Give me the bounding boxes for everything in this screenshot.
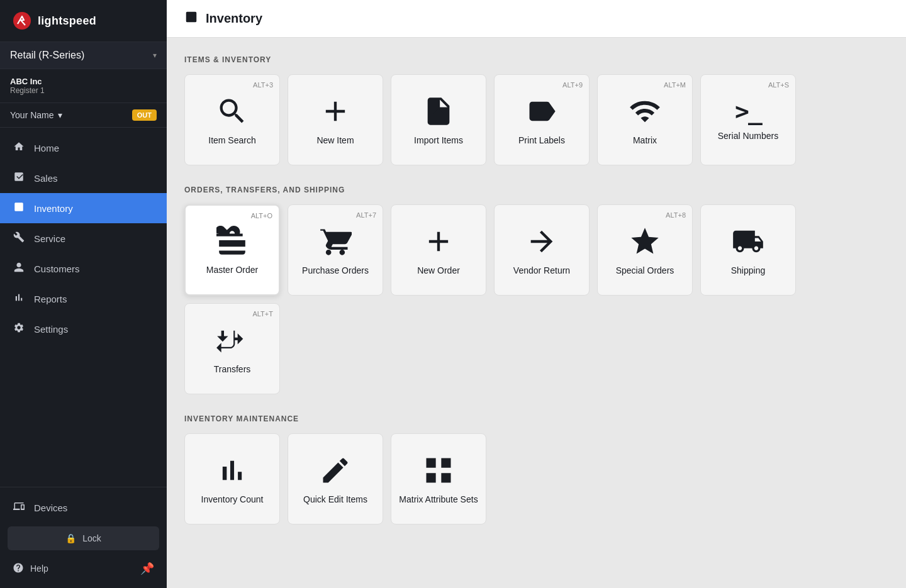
card-master-order[interactable]: ALT+O Master Order — [184, 204, 280, 296]
user-row: Your Name ▾ OUT — [0, 103, 167, 128]
maintenance-grid: Inventory Count Quick Edit Items Matrix … — [184, 433, 888, 524]
sidebar-item-sales[interactable]: Sales — [0, 163, 167, 193]
card-label-vendor-return: Vendor Return — [513, 265, 570, 275]
card-new-order[interactable]: New Order — [391, 204, 486, 296]
register-name: Register 1 — [10, 86, 157, 95]
help-label: Help — [30, 563, 48, 574]
notification-icon[interactable]: 📌 — [140, 562, 154, 575]
card-label-inventory-count: Inventory Count — [201, 494, 264, 504]
card-label-matrix-attribute-sets: Matrix Attribute Sets — [399, 494, 478, 504]
store-selector[interactable]: Retail (R-Series) ▾ — [0, 42, 167, 69]
card-label-serial-numbers: Serial Numbers — [718, 131, 778, 141]
lock-button[interactable]: 🔒 Lock — [8, 526, 159, 550]
shortcut-matrix: ALT+M — [664, 81, 686, 89]
page-title: Inventory — [206, 11, 262, 26]
sidebar-item-service[interactable]: Service — [0, 223, 167, 253]
devices-icon — [13, 501, 25, 514]
sidebar-item-customers[interactable]: Customers — [0, 253, 167, 284]
sidebar-item-reports[interactable]: Reports — [0, 284, 167, 314]
content-area: ITEMS & INVENTORY ALT+3 Item Search New … — [167, 38, 906, 562]
terminal-icon: >_ — [735, 99, 761, 123]
nav-label-inventory: Inventory — [34, 203, 73, 214]
card-inventory-count[interactable]: Inventory Count — [184, 433, 280, 524]
store-name: Retail (R-Series) — [10, 50, 84, 61]
nav-label-customers: Customers — [34, 263, 80, 274]
page-header: Inventory — [167, 0, 906, 38]
plus-icon — [319, 95, 352, 128]
sidebar-item-settings[interactable]: Settings — [0, 314, 167, 344]
cart-icon — [319, 225, 352, 258]
sidebar-logo: lightspeed — [0, 0, 167, 42]
star-icon — [629, 225, 661, 258]
section-title-maintenance: INVENTORY MAINTENANCE — [184, 414, 888, 423]
lock-icon: 🔒 — [65, 533, 76, 543]
card-label-new-item: New Item — [316, 135, 354, 145]
nav-label-reports: Reports — [34, 294, 67, 304]
sidebar-item-inventory[interactable]: Inventory — [0, 193, 167, 223]
inventory-header-icon — [184, 10, 198, 27]
nav-label-service: Service — [34, 233, 65, 244]
card-special-orders[interactable]: ALT+8 Special Orders — [597, 204, 693, 296]
shortcut-print-labels: ALT+9 — [562, 81, 583, 89]
user-chevron-icon: ▾ — [58, 110, 62, 120]
nav-label-settings: Settings — [34, 324, 68, 335]
shortcut-master-order: ALT+O — [251, 212, 272, 219]
shortcut-special-orders: ALT+8 — [666, 211, 686, 219]
barchart-icon — [216, 454, 249, 487]
reports-icon — [13, 292, 25, 306]
shortcut-item-search: ALT+3 — [253, 81, 273, 89]
matrix-icon — [629, 95, 661, 128]
help-icon — [13, 562, 24, 575]
card-vendor-return[interactable]: Vendor Return — [494, 204, 590, 296]
label-icon — [525, 95, 558, 128]
sidebar: lightspeed Retail (R-Series) ▾ ABC Inc R… — [0, 0, 167, 588]
out-badge: OUT — [132, 109, 157, 121]
lightspeed-logo-icon — [13, 11, 31, 30]
card-shipping[interactable]: Shipping — [700, 204, 796, 296]
lock-label: Lock — [82, 533, 101, 543]
card-label-master-order: Master Order — [206, 265, 258, 275]
master-order-icon — [216, 226, 248, 257]
sidebar-nav: Home Sales Inventory Service — [0, 128, 167, 487]
card-label-shipping: Shipping — [731, 265, 766, 275]
shortcut-purchase-orders: ALT+7 — [356, 211, 376, 219]
card-item-search[interactable]: ALT+3 Item Search — [184, 74, 280, 165]
card-matrix[interactable]: ALT+M Matrix — [597, 74, 693, 165]
user-name-button[interactable]: Your Name ▾ — [10, 110, 62, 120]
card-quick-edit-items[interactable]: Quick Edit Items — [288, 433, 383, 524]
card-label-quick-edit-items: Quick Edit Items — [303, 494, 367, 504]
shortcut-serial-numbers: ALT+S — [768, 81, 789, 89]
card-print-labels[interactable]: ALT+9 Print Labels — [494, 74, 590, 165]
card-purchase-orders[interactable]: ALT+7 Purchase Orders — [288, 204, 383, 296]
card-label-purchase-orders: Purchase Orders — [302, 265, 369, 275]
new-order-icon — [422, 225, 455, 258]
card-transfers[interactable]: ALT+T Master Order Transfers — [184, 303, 280, 394]
sidebar-item-devices[interactable]: Devices — [0, 492, 167, 523]
card-import-items[interactable]: Import Items — [391, 74, 486, 165]
grid-icon — [422, 454, 455, 487]
transfers-grid: ALT+T Master Order Transfers — [184, 303, 888, 394]
help-row: Help 📌 — [0, 554, 167, 583]
help-button[interactable]: Help — [13, 562, 48, 575]
arrow-right-icon — [525, 225, 558, 258]
nav-label-devices: Devices — [34, 502, 67, 513]
chevron-down-icon: ▾ — [153, 51, 157, 60]
card-label-new-order: New Order — [417, 265, 460, 275]
main-content: Inventory ITEMS & INVENTORY ALT+3 Item S… — [167, 0, 906, 588]
items-inventory-grid: ALT+3 Item Search New Item Import Items — [184, 74, 888, 165]
card-label-transfers-text: Transfers — [214, 364, 251, 374]
search-icon — [216, 95, 249, 128]
logo-text: lightspeed — [38, 14, 96, 28]
inventory-icon — [13, 201, 25, 215]
card-label-print-labels: Print Labels — [518, 135, 565, 145]
card-label-import-items: Import Items — [414, 135, 463, 145]
card-new-item[interactable]: New Item — [288, 74, 383, 165]
sidebar-item-home[interactable]: Home — [0, 133, 167, 163]
orders-grid: ALT+O Master Order ALT+7 Purchase Orders — [184, 204, 888, 296]
sidebar-bottom: Devices 🔒 Lock Help 📌 — [0, 487, 167, 588]
card-label-special-orders: Special Orders — [616, 265, 674, 275]
card-label-matrix: Matrix — [633, 135, 657, 145]
user-name: Your Name — [10, 110, 54, 120]
card-serial-numbers[interactable]: ALT+S >_ Serial Numbers — [700, 74, 796, 165]
card-matrix-attribute-sets[interactable]: Matrix Attribute Sets — [391, 433, 486, 524]
